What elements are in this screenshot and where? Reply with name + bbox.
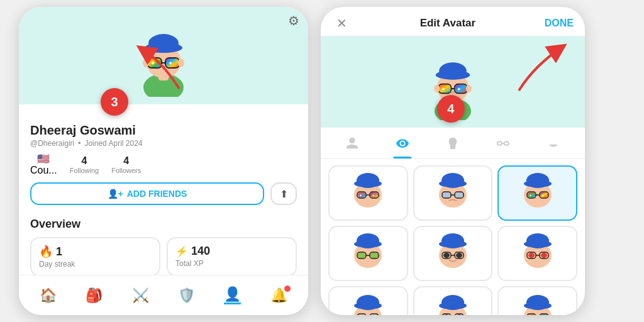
avatar-option-5[interactable] (497, 226, 577, 281)
followers-label: Followers (111, 167, 141, 174)
nav-duel[interactable]: ⚔️ (132, 287, 149, 304)
svg-point-78 (456, 253, 462, 258)
followers-count: 4 (123, 155, 129, 167)
duel-icon: ⚔️ (132, 287, 149, 304)
svg-text:✦: ✦ (359, 194, 362, 197)
profile-meta: @Dheeraigiri • Joined April 2024 (30, 139, 297, 148)
bottom-nav: 🏠 🎒 ⚔️ 🛡️ 👤 🔔 (19, 275, 308, 315)
following-count: 4 (81, 155, 87, 167)
close-button[interactable]: ✕ (332, 16, 351, 31)
streak-number: 1 (56, 245, 62, 258)
tab-body[interactable] (339, 133, 365, 158)
avatar-banner-right: ✦ ✦ (321, 36, 585, 128)
nav-profile[interactable]: 👤 (224, 286, 241, 304)
avatar-tab-icons (321, 128, 585, 159)
country-label: Cou... (30, 165, 57, 176)
annotation-circle-3: 3 (101, 88, 128, 116)
svg-point-20 (439, 62, 467, 79)
xp-number: 140 (191, 245, 210, 258)
avatar-option-2[interactable]: ✦ ✦ (497, 165, 577, 221)
nav-learn[interactable]: 🎒 (86, 287, 103, 304)
svg-point-86 (541, 253, 547, 258)
streak-label: Day streak (39, 260, 152, 269)
svg-text:✦: ✦ (168, 60, 173, 67)
svg-point-30 (466, 84, 472, 92)
profile-username: @Dheeraigiri (30, 139, 74, 148)
share-button[interactable]: ⬆ (270, 182, 297, 205)
header-title: Edit Avatar (420, 17, 476, 30)
add-friends-label: ADD FRIENDS (127, 189, 187, 199)
svg-point-81 (526, 233, 549, 248)
nav-quest[interactable]: 🛡️ (178, 287, 195, 304)
quest-icon: 🛡️ (178, 287, 195, 304)
svg-point-95 (441, 295, 464, 310)
svg-rect-32 (497, 142, 502, 145)
add-friends-icon: 👤+ (108, 189, 123, 199)
xp-card: ⚡ 140 Total XP (167, 237, 297, 276)
streak-card: 🔥 1 Day streak (30, 237, 160, 276)
done-button[interactable]: DONE (545, 18, 574, 29)
svg-rect-70 (370, 253, 378, 258)
avatar-banner-left: ⚙ ✦ ✦ (19, 7, 308, 104)
svg-point-12 (162, 65, 165, 68)
tab-eyes[interactable] (389, 133, 416, 158)
avatar-option-4[interactable] (413, 226, 493, 281)
avatar-image-left[interactable]: ✦ ✦ (129, 15, 198, 97)
annotation-arrow-right (509, 40, 572, 97)
add-friends-button[interactable]: 👤+ ADD FRIENDS (30, 182, 264, 205)
avatar-option-8[interactable] (497, 286, 577, 315)
nav-home[interactable]: 🏠 (40, 287, 57, 304)
stat-country: 🇺🇸 Cou... (30, 153, 57, 176)
nav-notifications[interactable]: 🔔 (270, 287, 287, 304)
avatar-option-6[interactable] (328, 286, 408, 315)
svg-rect-33 (504, 142, 509, 145)
stats-row: 🇺🇸 Cou... 4 Following 4 Followers (30, 153, 297, 176)
svg-text:✦: ✦ (541, 194, 545, 197)
svg-point-103 (526, 295, 549, 310)
profile-section: Dheeraj Goswami @Dheeraigiri • Joined Ap… (19, 117, 308, 218)
svg-point-13 (143, 58, 149, 67)
overview-section: Overview 🔥 1 Day streak ⚡ 140 Total XP (19, 218, 308, 276)
flag-icon: 🇺🇸 (37, 153, 50, 165)
svg-point-85 (528, 253, 535, 258)
svg-text:✦: ✦ (457, 86, 462, 92)
fire-icon: 🔥 (39, 245, 53, 258)
svg-point-28 (451, 91, 454, 94)
svg-point-37 (357, 173, 379, 188)
stat-following[interactable]: 4 Following (70, 155, 99, 174)
learn-icon: 🎒 (86, 287, 103, 304)
svg-point-55 (526, 173, 549, 188)
action-row: 👤+ ADD FRIENDS ⬆ (30, 182, 297, 205)
annotation-circle-4: 4 (437, 95, 465, 123)
svg-text:✦: ✦ (150, 60, 155, 67)
notification-badge (284, 286, 291, 292)
edit-avatar-header: ✕ Edit Avatar DONE (321, 7, 585, 36)
profile-icon: 👤 (224, 286, 241, 303)
xp-value: ⚡ 140 (175, 245, 288, 258)
svg-text:✦: ✦ (441, 86, 446, 92)
avatar-option-0[interactable]: ✦ ✦ (328, 165, 408, 221)
avatar-option-3[interactable] (328, 226, 408, 281)
home-icon: 🏠 (40, 287, 57, 304)
streak-value: 🔥 1 (39, 245, 152, 258)
right-phone: ✕ Edit Avatar DONE ✦ ✦ (321, 7, 585, 315)
stat-followers[interactable]: 4 Followers (111, 155, 141, 174)
svg-point-29 (434, 84, 440, 92)
svg-point-77 (443, 253, 450, 258)
svg-point-89 (357, 295, 379, 310)
svg-rect-69 (358, 253, 365, 258)
svg-rect-52 (455, 192, 463, 197)
avatar-grid: ✦ ✦ (321, 159, 585, 315)
svg-point-73 (441, 233, 464, 248)
tab-glasses[interactable] (490, 133, 516, 158)
avatar-option-1[interactable] (413, 165, 493, 221)
tab-mouth[interactable] (540, 133, 567, 158)
tab-hair[interactable] (440, 133, 466, 158)
bolt-icon: ⚡ (175, 245, 188, 257)
avatar-option-7[interactable] (413, 286, 493, 315)
overview-cards: 🔥 1 Day streak ⚡ 140 Total XP (30, 237, 297, 276)
svg-point-47 (441, 173, 464, 188)
profile-joined: Joined April 2024 (84, 139, 142, 148)
settings-icon[interactable]: ⚙ (288, 13, 299, 28)
following-label: Following (70, 167, 99, 174)
